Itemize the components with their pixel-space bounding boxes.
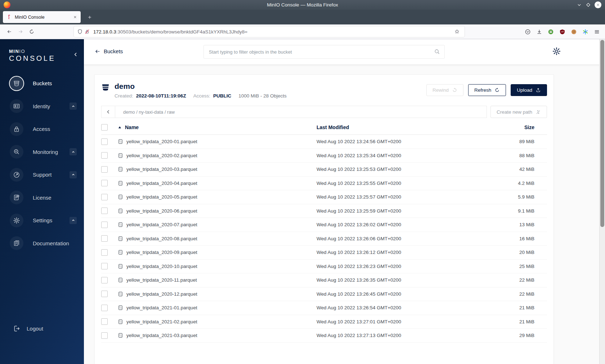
breadcrumb[interactable]: demo / ny-taxi-data / raw — [115, 109, 175, 115]
forward-icon[interactable] — [15, 26, 26, 37]
object-row[interactable]: yellow_tripdata_2020-02.parquet Wed Aug … — [101, 149, 547, 163]
row-checkbox[interactable] — [101, 318, 108, 325]
row-checkbox[interactable] — [101, 249, 108, 256]
object-name[interactable]: yellow_tripdata_2020-02.parquet — [126, 153, 197, 158]
object-row[interactable]: yellow_tripdata_2020-11.parquet Wed Aug … — [101, 273, 547, 287]
object-name[interactable]: yellow_tripdata_2020-04.parquet — [126, 181, 197, 186]
object-name[interactable]: yellow_tripdata_2020-11.parquet — [126, 277, 197, 283]
object-name[interactable]: yellow_tripdata_2020-09.parquet — [126, 250, 197, 255]
object-name[interactable]: yellow_tripdata_2020-08.parquet — [126, 236, 197, 241]
extension-asterisk-icon[interactable] — [582, 29, 588, 35]
sidebar-item[interactable]: Settings — [0, 209, 84, 232]
object-row[interactable]: yellow_tripdata_2020-10.parquet Wed Aug … — [101, 260, 547, 274]
sidebar-item[interactable]: License — [0, 186, 84, 209]
parquet-file-icon — [118, 194, 123, 200]
breadcrumb-back-icon[interactable] — [102, 106, 115, 118]
select-all-checkbox[interactable] — [101, 124, 108, 131]
back-to-buckets-link[interactable]: Buckets — [95, 48, 123, 54]
object-size: 16 MiB — [493, 236, 547, 241]
object-row[interactable]: yellow_tripdata_2020-04.parquet Wed Aug … — [101, 177, 547, 191]
sidebar-item[interactable]: Buckets — [0, 72, 84, 95]
object-size: 88 MiB — [493, 153, 547, 158]
sidebar-collapse-icon[interactable] — [73, 52, 79, 57]
object-row[interactable]: yellow_tripdata_2020-05.parquet Wed Aug … — [101, 190, 547, 204]
object-name[interactable]: yellow_tripdata_2020-07.parquet — [126, 222, 197, 227]
refresh-button-label: Refresh — [474, 87, 491, 93]
object-row[interactable]: yellow_tripdata_2020-12.parquet Wed Aug … — [101, 287, 547, 301]
sort-asc-icon[interactable] — [118, 126, 122, 129]
row-checkbox[interactable] — [101, 166, 108, 173]
shield-icon[interactable] — [77, 29, 83, 35]
scrollbar-thumb[interactable] — [600, 40, 604, 227]
row-checkbox[interactable] — [101, 305, 108, 311]
rewind-button[interactable]: Rewind — [426, 84, 463, 96]
column-header-name[interactable]: Name — [125, 124, 139, 130]
object-row[interactable]: yellow_tripdata_2021-02.parquet Wed Aug … — [101, 315, 547, 329]
browser-tab[interactable]: MinIO Console — [3, 11, 81, 23]
sidebar-item[interactable]: Access — [0, 118, 84, 141]
reload-icon[interactable] — [26, 26, 37, 37]
row-checkbox[interactable] — [101, 194, 108, 200]
parquet-file-icon — [118, 291, 123, 297]
row-checkbox[interactable] — [101, 180, 108, 186]
object-name[interactable]: yellow_tripdata_2020-06.parquet — [126, 208, 197, 214]
sidebar-item[interactable]: Support — [0, 163, 84, 186]
maximize-icon[interactable] — [586, 2, 591, 8]
object-row[interactable]: yellow_tripdata_2021-03.parquet Wed Aug … — [101, 329, 547, 343]
object-name[interactable]: yellow_tripdata_2020-05.parquet — [126, 194, 197, 200]
privacy-badger-icon[interactable] — [548, 29, 554, 35]
download-icon[interactable] — [536, 29, 542, 35]
new-tab-button[interactable] — [87, 15, 92, 20]
ublock-origin-icon[interactable]: uO — [559, 29, 565, 35]
create-new-path-button[interactable]: Create new path — [490, 106, 547, 118]
object-name[interactable]: yellow_tripdata_2020-03.parquet — [126, 167, 197, 172]
chevron-up-icon[interactable] — [70, 148, 77, 155]
object-row[interactable]: yellow_tripdata_2020-06.parquet Wed Aug … — [101, 204, 547, 218]
object-row[interactable]: yellow_tripdata_2020-03.parquet Wed Aug … — [101, 163, 547, 177]
row-checkbox[interactable] — [101, 277, 108, 283]
object-modified: Wed Aug 10 2022 13:26:54 GMT+0200 — [317, 305, 493, 310]
object-name[interactable]: yellow_tripdata_2020-12.parquet — [126, 291, 197, 297]
minimize-icon[interactable] — [577, 2, 582, 8]
row-checkbox[interactable] — [101, 138, 108, 145]
cookie-extension-icon[interactable] — [571, 29, 577, 35]
sidebar-item-logout[interactable]: Logout — [0, 325, 84, 332]
chevron-up-icon[interactable] — [70, 171, 77, 178]
filter-objects-input[interactable] — [203, 45, 445, 59]
object-row[interactable]: yellow_tripdata_2020-08.parquet Wed Aug … — [101, 232, 547, 246]
refresh-button[interactable]: Refresh — [468, 84, 506, 96]
url-bar[interactable]: 172.18.0.3:30503/buckets/demo/browse/bnk… — [74, 26, 465, 37]
sidebar-item[interactable]: Documentation — [0, 232, 84, 255]
row-checkbox[interactable] — [101, 263, 108, 269]
object-row[interactable]: yellow_tripdata_2020-09.parquet Wed Aug … — [101, 246, 547, 260]
pocket-icon[interactable] — [525, 29, 531, 35]
page-scrollbar[interactable] — [599, 39, 605, 364]
menu-icon[interactable] — [594, 29, 600, 35]
object-row[interactable]: yellow_tripdata_2021-01.parquet Wed Aug … — [101, 301, 547, 315]
lock-slash-icon[interactable] — [84, 29, 90, 35]
object-name[interactable]: yellow_tripdata_2020-01.parquet — [126, 139, 197, 144]
sidebar-item-label: Identity — [33, 103, 50, 109]
object-name[interactable]: yellow_tripdata_2020-10.parquet — [126, 264, 197, 269]
row-checkbox[interactable] — [101, 291, 108, 297]
back-icon[interactable] — [4, 26, 15, 37]
sidebar-item[interactable]: Monitoring — [0, 141, 84, 164]
chevron-up-icon[interactable] — [70, 103, 77, 110]
chevron-up-icon[interactable] — [70, 217, 77, 224]
object-name[interactable]: yellow_tripdata_2021-02.parquet — [126, 319, 197, 324]
close-button[interactable] — [595, 1, 601, 8]
upload-button[interactable]: Upload — [511, 84, 547, 96]
object-name[interactable]: yellow_tripdata_2021-01.parquet — [126, 305, 197, 310]
object-row[interactable]: yellow_tripdata_2020-01.parquet Wed Aug … — [101, 135, 547, 149]
bookmark-star-icon[interactable] — [454, 29, 460, 35]
row-checkbox[interactable] — [101, 152, 108, 159]
tab-close-icon[interactable] — [73, 15, 77, 19]
row-checkbox[interactable] — [101, 222, 108, 228]
object-row[interactable]: yellow_tripdata_2020-07.parquet Wed Aug … — [101, 218, 547, 232]
row-checkbox[interactable] — [101, 235, 108, 242]
object-name[interactable]: yellow_tripdata_2021-03.parquet — [126, 333, 197, 338]
row-checkbox[interactable] — [101, 208, 108, 214]
row-checkbox[interactable] — [101, 332, 108, 339]
sidebar-item[interactable]: Identity — [0, 95, 84, 118]
settings-gear-icon[interactable] — [552, 47, 561, 56]
